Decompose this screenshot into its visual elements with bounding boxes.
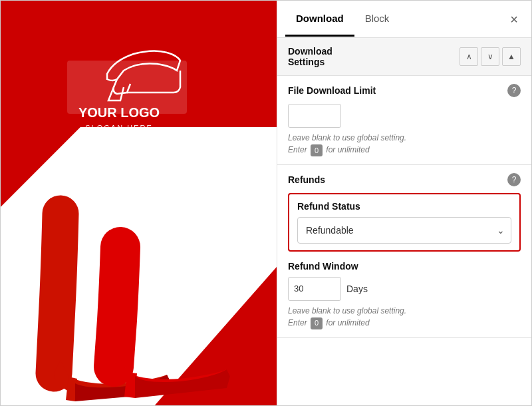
refunds-title: Refunds xyxy=(288,174,325,185)
product-preview-panel: YOUR LOGO SLOGAN HERE xyxy=(1,1,277,406)
collapse-up-button[interactable]: ∧ xyxy=(460,47,478,66)
file-download-limit-header: File Download Limit ? xyxy=(288,84,521,97)
refund-window-helper: Leave blank to use global setting. Enter… xyxy=(288,305,521,329)
refunds-section: Refunds ? Refund Status Refundable Non-R… xyxy=(277,165,531,338)
content-area: File Download Limit ? Leave blank to use… xyxy=(277,76,531,338)
svg-text:YOUR LOGO: YOUR LOGO xyxy=(78,105,160,120)
tab-download[interactable]: Download xyxy=(285,2,354,37)
refund-status-label: Refund Status xyxy=(297,201,511,212)
tab-bar: Download Block × xyxy=(277,1,531,38)
file-download-limit-help-icon[interactable]: ? xyxy=(507,84,521,97)
refund-status-box: Refund Status Refundable Non-Refundable … xyxy=(288,193,521,252)
refund-status-select-wrapper: Refundable Non-Refundable ⌄ xyxy=(297,217,511,244)
refund-window-title: Refund Window xyxy=(288,261,521,272)
tab-block[interactable]: Block xyxy=(354,2,400,37)
settings-panel: Download Block × DownloadSettings ∧ ∨ ▲ … xyxy=(277,1,531,406)
collapse-down-button[interactable]: ∨ xyxy=(481,47,499,66)
refunds-help-icon[interactable]: ? xyxy=(507,173,521,186)
refund-window-input[interactable] xyxy=(288,277,341,301)
file-download-limit-helper: Leave blank to use global setting. Enter… xyxy=(288,132,521,156)
section-title: DownloadSettings xyxy=(288,46,460,67)
days-label: Days xyxy=(346,284,368,294)
close-button[interactable]: × xyxy=(505,10,523,29)
refund-window-container: Refund Window Days Leave blank to use gl… xyxy=(288,261,521,329)
refund-window-row: Days xyxy=(288,277,521,301)
section-controls: ∧ ∨ ▲ xyxy=(460,47,521,66)
file-download-limit-title: File Download Limit xyxy=(288,85,376,96)
file-download-limit-input[interactable] xyxy=(288,104,341,128)
refund-status-select[interactable]: Refundable Non-Refundable xyxy=(297,217,511,244)
file-download-limit-section: File Download Limit ? Leave blank to use… xyxy=(277,76,531,165)
zero-badge: 0 xyxy=(311,144,323,156)
zero-badge-2: 0 xyxy=(311,317,323,329)
move-up-button[interactable]: ▲ xyxy=(502,47,521,66)
refunds-header: Refunds ? xyxy=(288,173,521,186)
download-settings-header: DownloadSettings ∧ ∨ ▲ xyxy=(277,38,531,76)
